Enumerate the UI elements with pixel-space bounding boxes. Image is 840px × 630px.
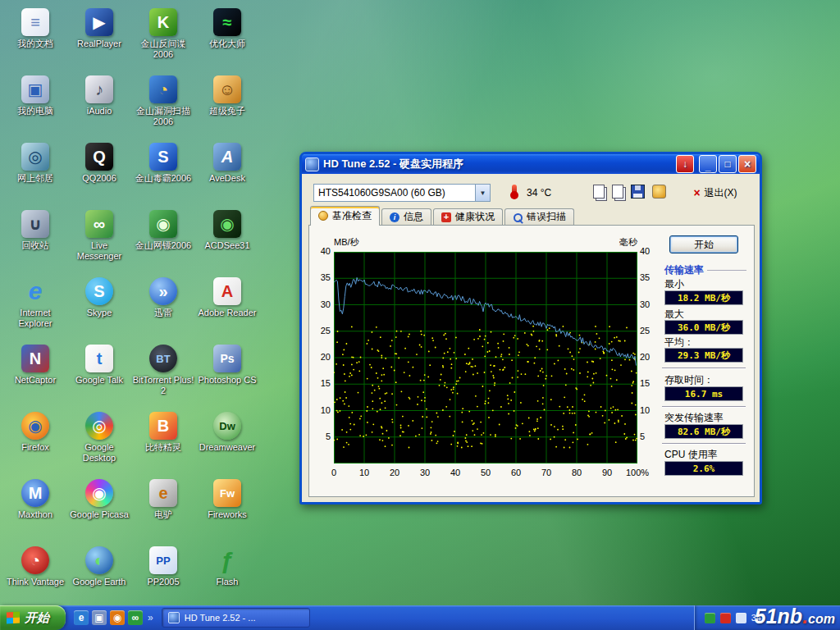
desktop-icon-netcaptor[interactable]: NNetCaptor bbox=[3, 341, 67, 409]
close-button[interactable]: × bbox=[738, 155, 756, 173]
info-tab-icon bbox=[390, 212, 399, 222]
maximize-button[interactable]: □ bbox=[719, 155, 737, 173]
desktop-icon-dreamweaver[interactable]: DwDreamweaver bbox=[195, 409, 259, 476]
desktop-icon-bittorrent-plus-2[interactable]: BTBitTorrent Plus! 2 bbox=[131, 341, 195, 409]
start-button[interactable]: 开始 bbox=[0, 605, 66, 630]
dropdown-arrow-icon[interactable]: ▼ bbox=[475, 185, 490, 201]
desktop-icon-flash[interactable]: ƒFlash bbox=[195, 543, 259, 610]
desktop-icon-fireworks[interactable]: FwFireworks bbox=[195, 476, 259, 543]
google-desktop-icon: ◎ bbox=[85, 412, 113, 440]
desktop-icon-kingsoft-netguard-2006[interactable]: ◉金山网镖2006 bbox=[131, 207, 195, 274]
desktop-icon-pp2005[interactable]: PPPP2005 bbox=[131, 543, 195, 610]
y-axis-tick-left: 15 bbox=[311, 378, 331, 388]
tab-strip: 基准检查信息健康状况错误扫描 bbox=[310, 208, 576, 226]
desktop-icon-xunlei[interactable]: »迅雷 bbox=[131, 274, 195, 341]
save-icon[interactable] bbox=[631, 185, 645, 199]
xunlei-glyph: » bbox=[158, 283, 167, 299]
flag-square bbox=[13, 617, 20, 623]
separator bbox=[662, 368, 746, 369]
desktop-icon-label: BitTorrent Plus! 2 bbox=[132, 375, 194, 395]
x-axis-tick: 100% bbox=[623, 468, 651, 477]
tab-benchmark[interactable]: 基准检查 bbox=[310, 206, 380, 226]
desktop-icon-my-documents[interactable]: ≡我的文档 bbox=[3, 5, 67, 72]
desktop-icon-kingsoft-antispy-2006[interactable]: K金山反间谍2006 bbox=[131, 5, 195, 72]
desktop-icon-qq2006[interactable]: QQQ2006 bbox=[67, 139, 131, 207]
desktop-icon-google-desktop[interactable]: ◎Google Desktop bbox=[67, 409, 131, 476]
desktop-icon-avedesk[interactable]: AAveDesk bbox=[195, 139, 259, 207]
desktop-icon-skype[interactable]: SSkype bbox=[67, 274, 131, 341]
emule-icon: e bbox=[149, 479, 177, 507]
tray-antivirus-icon[interactable] bbox=[705, 613, 715, 623]
desktop-icon-network-places[interactable]: ◎网上邻居 bbox=[3, 139, 67, 207]
realplayer-glyph: ▶ bbox=[93, 14, 105, 30]
desktop-icon-firefox[interactable]: ◉Firefox bbox=[3, 409, 67, 476]
exit-button[interactable]: × 退出(X) bbox=[679, 184, 751, 202]
options-icon[interactable] bbox=[652, 185, 666, 199]
firefox-glyph: ◉ bbox=[28, 418, 42, 434]
tab-info[interactable]: 信息 bbox=[381, 208, 431, 226]
window-title: HD Tune 2.52 - 硬盘实用程序 bbox=[323, 157, 463, 171]
download-arrow-button[interactable]: ↓ bbox=[676, 155, 694, 173]
drive-select-dropdown[interactable]: HTS541060G9SA00 (60 GB) ▼ bbox=[313, 184, 491, 202]
y-axis-tick-left: 5 bbox=[311, 431, 331, 441]
desktop-icon-google-talk[interactable]: tGoogle Talk bbox=[67, 341, 131, 409]
desktop-icon-recycle-bin[interactable]: ∪回收站 bbox=[3, 207, 67, 274]
desktop-icon-kingsoft-vulnscan-2006[interactable]: ◔金山漏洞扫描2006 bbox=[131, 72, 195, 139]
quicklaunch-messenger-icon[interactable]: ∞ bbox=[128, 610, 143, 625]
health-tab-icon bbox=[441, 212, 451, 222]
quicklaunch-media-player-icon[interactable]: ◉ bbox=[110, 610, 125, 625]
quicklaunch-show-desktop-icon[interactable]: ▣ bbox=[92, 610, 107, 625]
live-messenger-icon: ∞ bbox=[85, 210, 113, 238]
watermark-suffix: com bbox=[808, 612, 835, 626]
desktop-icon-bitspirit[interactable]: B比特精灵 bbox=[131, 409, 195, 476]
desktop-icon-google-earth[interactable]: ◐Google Earth bbox=[67, 543, 131, 610]
tray-alert-icon[interactable] bbox=[720, 613, 731, 623]
desktop-icon-google-picasa[interactable]: ◉Google Picasa bbox=[67, 476, 131, 543]
desktop-icon-my-computer[interactable]: ▣我的电脑 bbox=[3, 72, 67, 139]
desktop-icon-label: AveDesk bbox=[209, 173, 245, 184]
desktop-icon-label: Skype bbox=[87, 308, 112, 318]
desktop-icon-label: 我的电脑 bbox=[17, 106, 53, 116]
taskbar-task-hdtune[interactable]: HD Tune 2.52 - ... bbox=[162, 608, 310, 628]
desktop-icon-realplayer[interactable]: ▶RealPlayer bbox=[67, 5, 131, 72]
tray-volume-icon[interactable] bbox=[736, 613, 746, 623]
x-axis-tick: 40 bbox=[441, 468, 469, 477]
min-value: 18.2 MB/秒 bbox=[664, 290, 743, 305]
titlebar[interactable]: HD Tune 2.52 - 硬盘实用程序 ↓ _ □ × bbox=[302, 154, 760, 174]
y-axis-tick-right: 15 bbox=[640, 378, 660, 388]
quicklaunch-overflow-icon[interactable]: » bbox=[148, 612, 153, 623]
google-earth-glyph: ◐ bbox=[94, 552, 104, 568]
quicklaunch-internet-explorer-icon[interactable]: e bbox=[74, 610, 89, 625]
bitspirit-glyph: B bbox=[158, 418, 169, 434]
maxthon-icon: M bbox=[21, 479, 49, 507]
desktop-icon-label: Maxthon bbox=[18, 509, 52, 520]
desktop-icon-photoshop-cs[interactable]: PsPhotoshop CS bbox=[195, 341, 259, 409]
minimize-button[interactable]: _ bbox=[699, 155, 717, 173]
start-benchmark-button[interactable]: 开始 bbox=[669, 235, 738, 253]
tab-health[interactable]: 健康状况 bbox=[433, 208, 503, 226]
my-computer-icon: ▣ bbox=[21, 75, 49, 103]
x-axis-tick: 30 bbox=[411, 468, 439, 477]
desktop-icon-label: 金山毒霸2006 bbox=[135, 173, 191, 184]
desktop-icon-label: Dreamweaver bbox=[199, 442, 255, 453]
pp2005-icon: PP bbox=[149, 546, 177, 574]
copy-text-icon[interactable] bbox=[593, 185, 605, 199]
flag-square bbox=[7, 618, 13, 624]
desktop-icon-live-messenger[interactable]: ∞Live Messenger bbox=[67, 207, 131, 274]
desktop-icon-internet-explorer[interactable]: eInternet Explorer bbox=[3, 274, 67, 341]
desktop-icon-super-rabbit[interactable]: ☺超级兔子 bbox=[195, 72, 259, 139]
copy-image-icon[interactable] bbox=[612, 185, 623, 199]
desktop-icon-kingsoft-duba-2006[interactable]: S金山毒霸2006 bbox=[131, 139, 195, 207]
desktop-icon-acdsee31[interactable]: ◉ACDSee31 bbox=[195, 207, 259, 274]
desktop-icon-maxthon[interactable]: MMaxthon bbox=[3, 476, 67, 543]
desktop-icon-iaudio[interactable]: ♪iAudio bbox=[67, 72, 131, 139]
hdtune-window: HD Tune 2.52 - 硬盘实用程序 ↓ _ □ × HTS541060G… bbox=[299, 152, 762, 504]
desktop-icon-youhua-dashi[interactable]: ≈优化大师 bbox=[195, 5, 259, 72]
desktop-icon-adobe-reader[interactable]: AAdobe Reader bbox=[195, 274, 259, 341]
y-axis-tick-right: 5 bbox=[640, 431, 660, 441]
desktop-icon-think-vantage[interactable]: ◔Think Vantage bbox=[3, 543, 67, 610]
desktop-icon-emule[interactable]: e电驴 bbox=[131, 476, 195, 543]
tab-error-scan[interactable]: 错误扫描 bbox=[504, 208, 574, 226]
tab-label: 基准检查 bbox=[332, 209, 372, 223]
transfer-rate-header: 传输速率 bbox=[664, 263, 746, 277]
